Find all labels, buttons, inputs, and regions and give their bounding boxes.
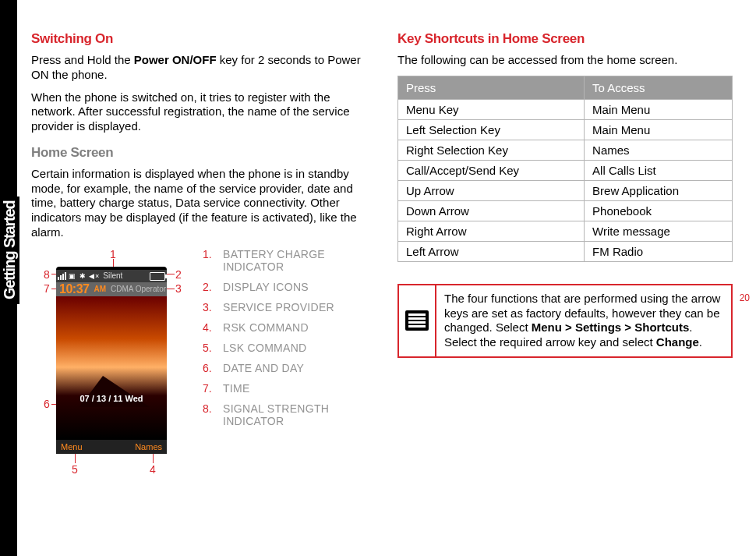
- table-row: Down ArrowPhonebook: [398, 200, 733, 221]
- profile-label: Silent: [103, 271, 122, 280]
- th-press: Press: [398, 76, 585, 99]
- phone-mock-wrapper: 1 2 3 7 8 6 5 4: [31, 248, 179, 482]
- note-icon-cell: [399, 285, 436, 356]
- legend-item: 3.SERVICE PROVIDER: [203, 301, 366, 313]
- legend-list: 1.BATTERY CHARGE INDICATOR 2.DISPLAY ICO…: [203, 248, 366, 482]
- table-row: Call/Accept/Send KeyAll Calls List: [398, 160, 733, 180]
- table-row: Left ArrowFM Radio: [398, 241, 733, 261]
- callout-3: 3: [175, 282, 182, 295]
- note-text: The four functions that are performed us…: [436, 285, 731, 356]
- clock-time: 10:37: [59, 282, 89, 296]
- note-icon: [405, 310, 429, 331]
- legend-item: 4.RSK COMMAND: [203, 321, 366, 334]
- signal-icon: [58, 272, 66, 280]
- table-row: Left Selection KeyMain Menu: [398, 119, 733, 140]
- callout-7: 7: [44, 282, 50, 295]
- heading-switching-on: Switching On: [31, 31, 366, 47]
- legend-item: 6.DATE AND DAY: [203, 362, 366, 374]
- table-row: Right ArrowWrite message: [398, 221, 733, 241]
- softkey-bar: Menu Names: [56, 440, 167, 454]
- status-bar: ▣ ✱ ◀× Silent: [56, 270, 167, 282]
- clock-ampm: AM: [94, 285, 106, 293]
- callout-4: 4: [150, 463, 156, 476]
- legend-item: 1.BATTERY CHARGE INDICATOR: [203, 248, 366, 273]
- para-register: When the phone is switched on, it tries …: [31, 90, 366, 134]
- table-row: Up ArrowBrew Application: [398, 180, 733, 200]
- status-icons: ▣ ✱ ◀×: [69, 272, 100, 280]
- left-column: Switching On Press and Hold the Power ON…: [31, 31, 366, 482]
- right-column: Key Shortcuts in Home Screen The followi…: [397, 31, 733, 482]
- legend-item: 8.SIGNAL STRENGTH INDICATOR: [203, 402, 366, 427]
- para-shortcuts-intro: The following can be accessed from the h…: [397, 53, 733, 68]
- page-content: Switching On Press and Hold the Power ON…: [31, 31, 748, 482]
- phone-mock: ▣ ✱ ◀× Silent 10:37 AM CDMA Operator 07 …: [56, 267, 167, 454]
- legend-item: 7.TIME: [203, 382, 366, 395]
- provider-bar: 10:37 AM CDMA Operator: [56, 282, 167, 296]
- callout-6: 6: [44, 398, 50, 410]
- battery-icon: [150, 272, 165, 281]
- table-header-row: Press To Access: [398, 76, 733, 99]
- note-box: The four functions that are performed us…: [397, 284, 733, 358]
- table-row: Right Selection KeyNames: [398, 140, 733, 160]
- legend-item: 2.DISPLAY ICONS: [203, 281, 366, 293]
- heading-home-screen: Home Screen: [31, 145, 366, 161]
- para-home-screen: Certain information is displayed when th…: [31, 167, 366, 240]
- legend-item: 5.LSK COMMAND: [203, 342, 366, 354]
- shortcuts-table: Press To Access Menu KeyMain Menu Left S…: [397, 76, 733, 262]
- wallpaper: 07 / 13 / 11 Wed: [56, 296, 167, 438]
- section-side-label: Getting Started: [0, 197, 19, 304]
- date-label: 07 / 13 / 11 Wed: [56, 394, 167, 403]
- th-access: To Access: [585, 76, 733, 99]
- rsk-label: Names: [135, 442, 162, 452]
- home-screen-diagram: 1 2 3 7 8 6 5 4: [31, 248, 366, 482]
- para-power-on: Press and Hold the Power ON/OFF key for …: [31, 53, 366, 83]
- table-row: Menu KeyMain Menu: [398, 99, 733, 119]
- callout-2: 2: [175, 268, 182, 281]
- callout-8: 8: [44, 268, 50, 281]
- lsk-label: Menu: [61, 442, 83, 452]
- heading-key-shortcuts: Key Shortcuts in Home Screen: [397, 31, 733, 47]
- provider-name: CDMA Operator: [111, 285, 166, 293]
- callout-5: 5: [72, 463, 78, 476]
